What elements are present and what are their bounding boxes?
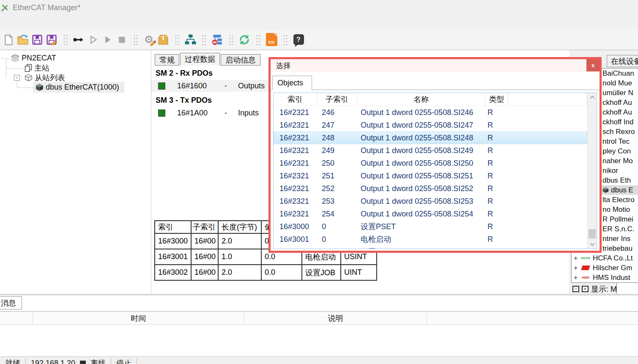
object-table-row[interactable]: 16#3001 0 电枪启动 R xyxy=(274,233,587,246)
scroll-down-icon[interactable] xyxy=(588,240,597,249)
cell-type: R xyxy=(485,246,508,249)
object-table-row[interactable]: 16#3002 0 设置JOB R xyxy=(274,246,587,249)
topology-button[interactable] xyxy=(184,33,197,46)
object-table-row[interactable]: 16#2321 252 Output 1 dword 0255-0508.SI2… xyxy=(274,182,587,195)
stop-button[interactable] xyxy=(115,33,128,46)
settings-button[interactable]: ⚙ xyxy=(142,33,155,46)
cell-subindex: 251 xyxy=(317,170,357,182)
dialog-scrollbar[interactable] xyxy=(587,93,597,249)
menu-item[interactable] xyxy=(51,21,63,24)
package-icon xyxy=(157,34,169,45)
scroll-up-icon[interactable] xyxy=(588,93,597,101)
scrollbar-thumb[interactable] xyxy=(589,229,596,238)
vendor-label: ckhoff Au xyxy=(602,99,632,107)
object-table-row[interactable]: 16#2321 251 Output 1 dword 0255-0508.SI2… xyxy=(274,170,587,182)
vendor-logo-icon: HMS xyxy=(580,275,591,280)
cell-filler xyxy=(508,170,587,182)
vendor-group-item[interactable]: + Hilscher Gm xyxy=(572,263,638,273)
stop-icon xyxy=(116,34,127,45)
tree-item-slave-list[interactable]: 从站列表 xyxy=(25,73,65,82)
expand-plus-icon[interactable]: + xyxy=(574,264,578,272)
dialog-close-button[interactable]: x xyxy=(586,59,600,71)
dialog-title-bar[interactable]: 选择 xyxy=(271,59,600,72)
message-table-header: 时间 说明 xyxy=(0,311,638,325)
menu-item[interactable] xyxy=(19,21,31,24)
expand-plus-icon[interactable]: + xyxy=(574,274,578,282)
collapse-all-icon[interactable]: − xyxy=(572,286,579,292)
sm3-section-title: SM 3 - Tx PDOs xyxy=(156,96,212,105)
display-filter-input[interactable] xyxy=(616,282,638,295)
col-blank xyxy=(0,312,33,324)
object-table-row[interactable]: 16#2321 254 Output 1 dword 0255-0508.SI2… xyxy=(274,208,587,220)
cell-name: Output 1 dword 0255-0508.SI247 xyxy=(357,119,485,131)
open-folder-icon xyxy=(17,34,29,45)
connect-button[interactable] xyxy=(72,33,85,46)
tab-startup-info[interactable]: 启动信息 xyxy=(221,54,260,66)
tree-item-label: dbus EtherCAT(1000) xyxy=(46,83,119,92)
slave-device-cube-icon xyxy=(36,83,44,91)
package-button[interactable] xyxy=(157,33,170,46)
col-description: 说明 xyxy=(244,312,427,324)
tab-process-data[interactable]: 过程数据 xyxy=(180,53,220,66)
vendor-label: ntner Ins xyxy=(602,235,630,243)
run-button[interactable] xyxy=(101,33,114,46)
pdo-index: 16#1A00 xyxy=(177,109,214,118)
help-icon: ? xyxy=(293,34,304,45)
save-as-button[interactable] xyxy=(45,33,58,46)
tab-online-devices[interactable]: 在线设备 xyxy=(607,55,638,67)
cell-name: 设置JOB xyxy=(357,246,485,249)
tree-connector xyxy=(2,58,10,59)
selection-dialog: 选择 x Objects 索引 子索引 名称 类型 16#2321 246 xyxy=(268,57,602,253)
open-file-button[interactable] xyxy=(16,33,29,46)
object-table-row[interactable]: 16#2321 249 Output 1 dword 0255-0508.SI2… xyxy=(274,144,587,157)
scan-remove-button[interactable] xyxy=(211,33,224,46)
master-station-icon xyxy=(25,64,32,72)
tab-general[interactable]: 常规 xyxy=(155,54,179,66)
vendor-group-item[interactable]: + HMS HMS Indust xyxy=(572,273,638,282)
save-button[interactable] xyxy=(31,33,44,46)
cell-index: 16#2321 xyxy=(274,144,317,157)
object-table-row[interactable]: 16#2321 246 Output 1 dword 0255-0508.SI2… xyxy=(274,106,587,119)
menu-item[interactable] xyxy=(66,21,78,24)
menu-item[interactable] xyxy=(82,21,94,24)
cell-subindex: 0 xyxy=(317,233,357,246)
tab-objects[interactable]: Objects xyxy=(272,76,312,90)
cell-filler xyxy=(508,106,587,119)
esi-file-icon: ESI xyxy=(266,33,277,46)
sm2-section-title: SM 2 - Rx PDOs xyxy=(156,69,213,78)
cell-name: 电枪启动 xyxy=(357,233,485,246)
vendor-group-item[interactable]: + HCFA HCFA Co.,Lt xyxy=(572,253,638,263)
expand-all-icon[interactable]: + xyxy=(582,286,589,292)
status-ip: 192.168.1.20 xyxy=(31,359,75,364)
toolbar-separator xyxy=(282,33,288,46)
col-filler xyxy=(508,93,587,106)
cell-index: 16#3002 xyxy=(155,265,192,281)
object-table-row[interactable]: 16#3000 0 设置PSET R xyxy=(274,220,587,233)
tree-item-root[interactable]: PN2ECAT xyxy=(11,53,56,63)
object-table-row[interactable]: 16#2321 248 Output 1 dword 0255-0508.SI2… xyxy=(274,131,587,144)
cell-name: Output 1 dword 0255-0508.SI252 xyxy=(357,182,485,195)
expand-plus-icon[interactable]: + xyxy=(574,255,578,262)
esi-button[interactable]: ESI xyxy=(265,33,278,46)
scan-remove-icon xyxy=(211,34,223,46)
object-table-row[interactable]: 16#2321 253 Output 1 dword 0255-0508.SI2… xyxy=(274,195,587,208)
tree-item-master[interactable]: 主站 xyxy=(25,63,49,73)
pdo-enabled-checkbox[interactable] xyxy=(158,82,165,90)
cell-name: Output 1 dword 0255-0508.SI253 xyxy=(357,195,485,208)
menu-item[interactable] xyxy=(35,21,47,24)
help-button[interactable]: ? xyxy=(292,33,305,46)
cell-filler xyxy=(508,208,587,220)
vendor-label: R Pollmei xyxy=(602,215,633,224)
cell-subindex: 0 xyxy=(317,246,357,249)
tree-item-slave-device[interactable]: dbus EtherCAT(1000) xyxy=(36,82,119,92)
tree-collapse-toggle[interactable]: - xyxy=(14,75,20,81)
pdo-enabled-checkbox[interactable] xyxy=(158,109,165,117)
entry-table-row[interactable]: 16#3002 16#00 2.0 0.0 设置JOB UINT xyxy=(155,265,377,281)
run-outline-button[interactable] xyxy=(87,33,99,46)
refresh-button[interactable] xyxy=(238,33,251,46)
object-table-row[interactable]: 16#2321 250 Output 1 dword 0255-0508.SI2… xyxy=(274,157,587,170)
tab-messages[interactable]: 消息 xyxy=(0,296,22,309)
menu-item[interactable] xyxy=(4,21,16,24)
object-table-row[interactable]: 16#2321 247 Output 1 dword 0255-0508.SI2… xyxy=(274,119,587,131)
new-file-button[interactable] xyxy=(2,33,15,46)
